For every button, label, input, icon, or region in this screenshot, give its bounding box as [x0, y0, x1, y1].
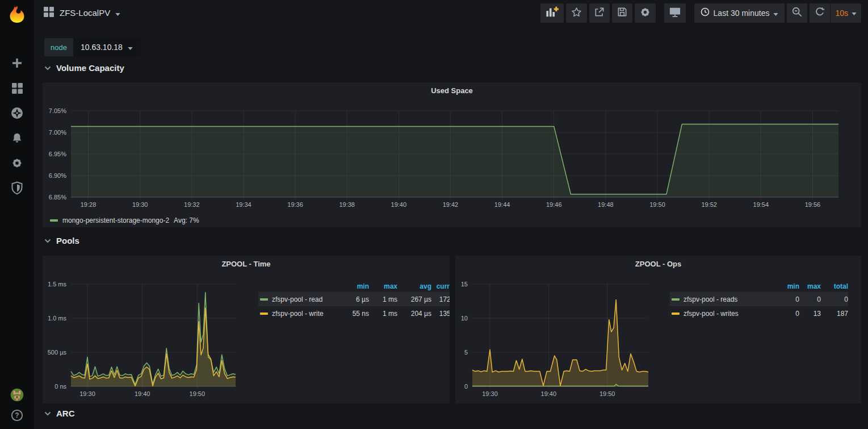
svg-text:15: 15 — [461, 281, 468, 288]
legend-value: 187 — [821, 310, 848, 318]
add-panel-icon — [545, 6, 559, 20]
legend-series-name[interactable]: zfspv-pool - write — [272, 310, 324, 318]
svg-text:19:30: 19:30 — [482, 390, 498, 397]
caret-down-icon — [773, 9, 778, 18]
add-panel-button[interactable] — [540, 3, 564, 23]
svg-text:10: 10 — [461, 315, 468, 322]
legend-series-name[interactable]: zfspv-pool - read — [272, 295, 322, 303]
svg-text:6.95%: 6.95% — [49, 151, 66, 157]
sidebar-item-explore[interactable] — [10, 107, 24, 121]
legend-value: 0 — [764, 295, 799, 303]
share-button[interactable] — [589, 3, 610, 23]
sidebar-item-dashboards[interactable] — [10, 82, 24, 96]
configuration-gear-icon — [11, 157, 23, 172]
legend-value: 204 µs — [397, 310, 431, 318]
refresh-button[interactable] — [810, 3, 830, 23]
used-space-legend: mongo-persistent-storage-mongo-2 Avg: 7% — [50, 216, 199, 224]
explore-compass-icon — [10, 106, 24, 122]
save-button[interactable] — [612, 3, 632, 23]
legend-swatch — [672, 298, 680, 301]
dashboard-settings-button[interactable] — [635, 3, 656, 23]
legend-row-reads: zfspv-pool - reads 0 0 0 — [670, 292, 848, 306]
save-icon — [617, 6, 628, 19]
legend-value: 6 µs — [338, 295, 369, 303]
alerting-bell-icon — [11, 132, 23, 147]
legend-header-total[interactable]: total — [821, 282, 848, 290]
legend-header-current[interactable]: current — [431, 282, 450, 290]
svg-text:0 ns: 0 ns — [54, 383, 66, 390]
zpool-time-chart[interactable]: 0 ns500 µs1.0 ms1.5 ms19:3019:4019:50 — [43, 256, 450, 403]
grafana-app: ? ZFS-LocalPV — [0, 0, 868, 429]
cycle-view-button[interactable] — [664, 3, 686, 23]
dashboard-title-group[interactable]: ZFS-LocalPV — [43, 6, 120, 20]
svg-text:5: 5 — [464, 349, 468, 356]
svg-text:19:44: 19:44 — [494, 201, 510, 208]
legend-header-max[interactable]: max — [799, 282, 821, 290]
refresh-interval-picker[interactable]: 10s — [830, 3, 861, 23]
refresh-interval-label: 10s — [835, 9, 848, 18]
sidebar-item-server-admin[interactable] — [10, 182, 24, 196]
avatar-image — [10, 386, 24, 403]
legend-value: 0 — [764, 310, 799, 318]
section-volume-capacity[interactable]: Volume Capacity — [44, 63, 124, 73]
star-button[interactable] — [566, 3, 587, 23]
panel-zpool-ops: ZPOOL - Ops 05101519:3019:4019:50 min ma… — [455, 256, 861, 403]
section-pools[interactable]: Pools — [44, 236, 79, 245]
legend-header-max[interactable]: max — [369, 282, 397, 290]
user-avatar[interactable] — [10, 388, 24, 402]
section-arc[interactable]: ARC — [44, 409, 75, 418]
svg-text:19:50: 19:50 — [599, 390, 615, 397]
legend-series-name[interactable]: mongo-persistent-storage-mongo-2 — [62, 216, 169, 224]
legend-swatch — [672, 313, 680, 315]
legend-series-name[interactable]: zfspv-pool - writes — [684, 310, 739, 318]
legend-series-name[interactable]: zfspv-pool - reads — [684, 295, 737, 303]
legend-value: 55 ns — [338, 310, 369, 318]
dashboards-icon — [11, 82, 23, 97]
legend-value: 267 µs — [397, 295, 431, 303]
sidebar-item-configuration[interactable] — [10, 157, 24, 171]
svg-text:19:28: 19:28 — [81, 201, 97, 208]
caret-down-icon — [115, 8, 120, 18]
section-title: Pools — [56, 236, 79, 245]
zpool-ops-legend: min max total zfspv-pool - reads 0 0 0 z… — [670, 281, 848, 320]
time-range-picker[interactable]: Last 30 minutes — [694, 3, 785, 23]
svg-text:19:52: 19:52 — [701, 201, 717, 208]
zoom-out-icon — [791, 6, 803, 19]
star-icon — [571, 6, 582, 20]
refresh-icon — [815, 7, 825, 19]
zpool-ops-chart[interactable]: 05101519:3019:4019:50 — [455, 256, 861, 403]
legend-header-min[interactable]: min — [338, 282, 369, 290]
legend-header-avg[interactable]: avg — [397, 282, 431, 290]
sidebar-item-alerting[interactable] — [10, 132, 24, 146]
svg-text:1.0 ms: 1.0 ms — [48, 315, 67, 322]
svg-text:19:36: 19:36 — [287, 201, 303, 208]
legend-row-read: zfspv-pool - read 6 µs 1 ms 267 µs 172 µ… — [258, 292, 450, 306]
svg-text:6.85%: 6.85% — [49, 194, 66, 201]
dashboard-title[interactable]: ZFS-LocalPV — [60, 8, 110, 18]
variable-node-value[interactable]: 10.63.10.18 — [73, 38, 140, 56]
legend-header-row: min max total — [670, 281, 848, 292]
legend-value: 1 ms — [369, 310, 397, 318]
chevron-down-icon — [44, 239, 51, 243]
sidebar-item-help[interactable]: ? — [10, 410, 24, 423]
svg-text:19:48: 19:48 — [598, 201, 614, 208]
svg-text:19:42: 19:42 — [443, 201, 459, 208]
sidebar-item-create[interactable] — [10, 57, 24, 71]
tv-kiosk-icon — [669, 6, 681, 19]
svg-text:7.05%: 7.05% — [49, 107, 66, 114]
used-space-chart[interactable]: 6.85%6.90%6.95%7.00%7.05%19:2819:3019:32… — [43, 82, 861, 227]
legend-value: 172 µs — [431, 295, 450, 303]
zoom-out-button[interactable] — [787, 3, 807, 23]
chevron-down-icon — [44, 411, 51, 416]
navbar-actions: Last 30 minutes 10s — [538, 3, 861, 23]
svg-text:19:46: 19:46 — [546, 201, 562, 208]
legend-avg-value: Avg: 7% — [174, 216, 199, 224]
section-title: ARC — [56, 409, 75, 418]
panel-zpool-time: ZPOOL - Time 0 ns500 µs1.0 ms1.5 ms19:30… — [43, 256, 450, 403]
grafana-logo-icon[interactable] — [7, 4, 27, 24]
clock-icon — [701, 7, 710, 18]
legend-value: 0 — [799, 295, 821, 303]
variable-node: node 10.63.10.18 — [44, 38, 140, 56]
svg-text:19:40: 19:40 — [391, 201, 407, 208]
legend-header-min[interactable]: min — [764, 282, 799, 290]
